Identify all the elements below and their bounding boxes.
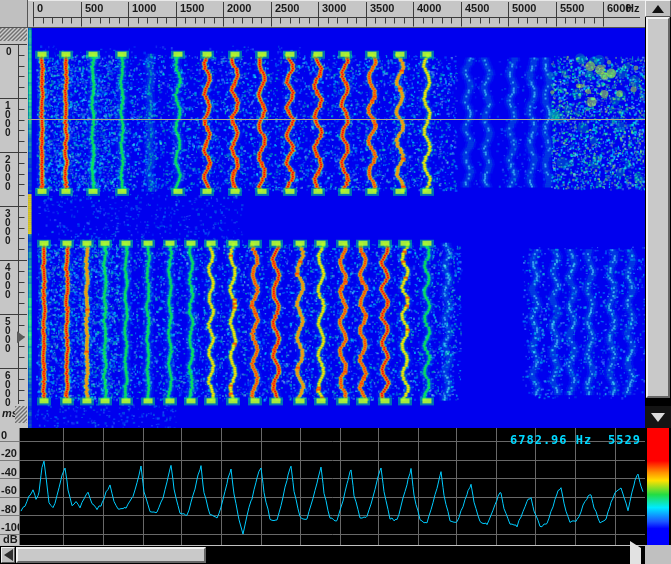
- down-arrow-icon: [651, 413, 665, 422]
- spectrogram-canvas[interactable]: [28, 28, 645, 428]
- time-ruler[interactable]: [0, 28, 28, 428]
- ruler-corner-box: [0, 0, 28, 28]
- scroll-right-button[interactable]: [630, 548, 641, 564]
- color-scale-gradient: [647, 428, 669, 545]
- right-arrow-icon: [630, 541, 641, 564]
- db-ruler: [0, 428, 20, 545]
- vertical-scrollbar-thumb[interactable]: [646, 17, 670, 398]
- up-arrow-icon: [652, 5, 664, 13]
- vertical-scrollbar[interactable]: [645, 0, 671, 428]
- horizontal-scrollbar[interactable]: [0, 546, 645, 564]
- horizontal-scrollbar-thumb[interactable]: [16, 547, 206, 563]
- left-arrow-icon: [4, 549, 13, 561]
- scroll-up-button[interactable]: [645, 0, 671, 17]
- color-scale-legend: [645, 428, 671, 545]
- resize-corner: [645, 546, 671, 564]
- scroll-down-button[interactable]: [645, 406, 671, 428]
- spectrogram-app-window: 6782.96 Hz 5529 ms: [0, 0, 671, 564]
- frequency-ruler[interactable]: [28, 0, 645, 28]
- frequency-readout: 6782.96 Hz: [510, 433, 592, 447]
- spectrum-panel: 6782.96 Hz 5529 ms: [20, 428, 645, 545]
- scroll-left-button[interactable]: [1, 547, 15, 563]
